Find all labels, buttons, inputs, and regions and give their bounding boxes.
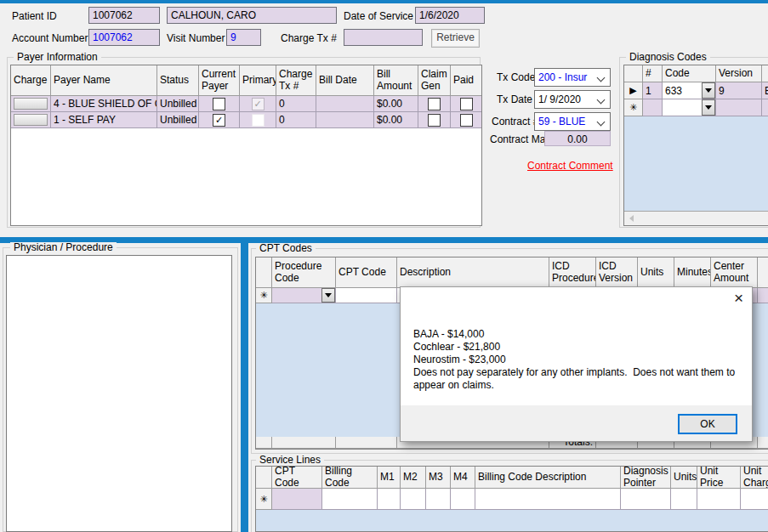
m1-cell[interactable]	[378, 489, 401, 510]
contract-number-label: Contract #	[492, 116, 538, 127]
tx-date-combobox[interactable]: 1/ 9/2020	[534, 90, 611, 109]
physician-procedure-list[interactable]	[6, 255, 232, 532]
diagnosis-code-cell[interactable]: 633	[663, 82, 716, 99]
diagnosis-version-cell[interactable]: 9	[716, 82, 762, 99]
diagnosis-code-cell[interactable]	[663, 99, 716, 116]
bill-date-cell[interactable]	[316, 96, 374, 112]
current-payer-checkbox[interactable]: ✓	[213, 114, 225, 127]
dialog-text-line: Neurostim - $23,000	[413, 354, 743, 366]
diagnosis-horizontal-scrollbar[interactable]	[624, 211, 768, 225]
payer-row[interactable]: 4 - BLUE SHIELD OF CA Unbilled ✓ 0 $0.00	[11, 96, 481, 112]
col-header-version: Version	[716, 65, 762, 82]
row-selector-header	[256, 258, 272, 288]
paid-checkbox[interactable]	[460, 114, 473, 127]
diagnosis-row[interactable]: ▶ 1 633 9 E	[624, 82, 768, 99]
retrieve-button[interactable]: Retrieve	[431, 29, 480, 48]
cpt-code-cell[interactable]	[272, 489, 322, 510]
col-header-m2: M2	[401, 467, 426, 489]
col-header-m3: M3	[426, 467, 451, 489]
diagnosis-num-cell[interactable]	[643, 99, 663, 116]
charge-tx-field[interactable]	[344, 29, 423, 46]
service-lines-new-row[interactable]: ✳	[256, 489, 768, 510]
patient-id-field[interactable]: 1007062	[88, 7, 160, 24]
diagnosis-version-cell[interactable]	[716, 99, 762, 116]
m3-cell[interactable]	[426, 489, 451, 510]
paid-checkbox[interactable]	[460, 98, 473, 110]
bill-amount-cell[interactable]: $0.00	[374, 112, 418, 128]
chevron-down-icon[interactable]	[597, 118, 606, 127]
unit-price-cell[interactable]	[697, 489, 741, 510]
visit-number-label: Visit Number	[167, 32, 225, 44]
charge-tx-cell[interactable]: 0	[276, 112, 316, 128]
primary-checkbox	[252, 114, 265, 127]
scroll-left-arrow-icon[interactable]	[629, 215, 634, 222]
charge-button[interactable]	[14, 98, 48, 110]
diagnosis-new-row[interactable]: ✳	[624, 99, 768, 116]
billing-code-description-cell[interactable]	[475, 489, 621, 510]
paid-cell[interactable]	[451, 112, 482, 128]
patient-name-field[interactable]: CALHOUN, CARO	[167, 7, 337, 24]
current-payer-cell[interactable]: ✓	[199, 112, 240, 128]
col-header-bill-amount: Bill Amount	[374, 65, 418, 96]
visit-number-field[interactable]: 9	[226, 29, 261, 46]
col-header-num: #	[643, 65, 663, 82]
procedure-code-cell[interactable]	[272, 288, 336, 303]
payer-name-cell[interactable]: 1 - SELF PAY	[51, 112, 157, 128]
totals-cell	[336, 437, 397, 449]
payer-row[interactable]: 1 - SELF PAY Unbilled ✓ 0 $0.00	[11, 112, 481, 128]
claim-gen-checkbox[interactable]	[428, 114, 441, 127]
claim-gen-cell[interactable]	[418, 96, 451, 112]
col-header-m1: M1	[378, 467, 401, 489]
ok-button[interactable]: OK	[678, 414, 737, 434]
chevron-down-icon[interactable]	[597, 74, 606, 82]
diagnosis-grid: # Code Version ▶ 1 633 9 E ✳	[623, 65, 768, 226]
chevron-down-icon[interactable]	[597, 96, 606, 105]
claim-gen-cell[interactable]	[418, 112, 451, 128]
charge-cell[interactable]	[11, 112, 51, 128]
tx-code-combobox[interactable]: 200 - Insur	[534, 68, 611, 87]
close-icon[interactable]: ×	[734, 289, 743, 308]
diagnosis-num-cell[interactable]: 1	[643, 82, 663, 99]
m4-cell[interactable]	[451, 489, 475, 510]
diagnosis-pointer-cell[interactable]	[621, 489, 671, 510]
unit-charge-cell[interactable]	[741, 489, 768, 510]
account-number-field[interactable]: 1007062	[88, 29, 160, 46]
payer-name-cell[interactable]: 4 - BLUE SHIELD OF CA	[51, 96, 157, 112]
contract-comment-link[interactable]: Contract Comment	[527, 160, 613, 172]
dropdown-arrow-icon[interactable]	[321, 288, 335, 303]
charge-cell[interactable]	[11, 96, 51, 112]
charge-button[interactable]	[14, 114, 48, 126]
contract-max-label: Contract Max	[490, 133, 550, 145]
service-lines-grid: CPT Code Billing Code M1 M2 M3 M4 Billin…	[255, 466, 768, 532]
diagnosis-partial-cell: E	[762, 82, 768, 99]
cpt-codes-title: CPT Codes	[256, 243, 316, 254]
col-header-unit-price: Unit Price	[697, 467, 741, 489]
paid-cell[interactable]	[451, 96, 482, 112]
col-header-icd-procedure: ICD Procedure	[549, 258, 596, 288]
units-cell[interactable]	[671, 489, 697, 510]
cpt-code-cell[interactable]	[336, 288, 397, 303]
billing-code-cell[interactable]	[322, 489, 378, 510]
claim-gen-checkbox[interactable]	[428, 98, 441, 110]
status-cell: Unbilled	[157, 96, 199, 112]
current-payer-cell[interactable]	[199, 96, 240, 112]
diagnosis-code-value: 633	[665, 85, 682, 97]
charge-tx-cell[interactable]: 0	[276, 96, 316, 112]
date-of-service-field[interactable]: 1/6/2020	[415, 7, 485, 24]
dialog-footer: OK	[401, 405, 752, 441]
dropdown-arrow-icon[interactable]	[702, 82, 715, 99]
m2-cell[interactable]	[401, 489, 426, 510]
col-header-diagnosis-pointer: Diagnosis Pointer	[621, 467, 671, 489]
dropdown-arrow-icon[interactable]	[702, 99, 715, 116]
cpt-header-row: Procedure Code CPT Code Description ICD …	[256, 258, 768, 288]
contract-combobox[interactable]: 59 - BLUE	[534, 112, 611, 131]
tx-code-label: Tx Code	[497, 71, 535, 83]
current-payer-checkbox[interactable]	[213, 98, 225, 110]
account-number-label: Account Number	[12, 32, 88, 44]
col-header-m4: M4	[451, 467, 475, 489]
diagnosis-grid-empty-area	[624, 116, 768, 211]
new-row-indicator: ✳	[256, 288, 272, 303]
bill-date-cell[interactable]	[316, 112, 374, 128]
totals-cell	[758, 437, 768, 449]
bill-amount-cell[interactable]: $0.00	[374, 96, 418, 112]
